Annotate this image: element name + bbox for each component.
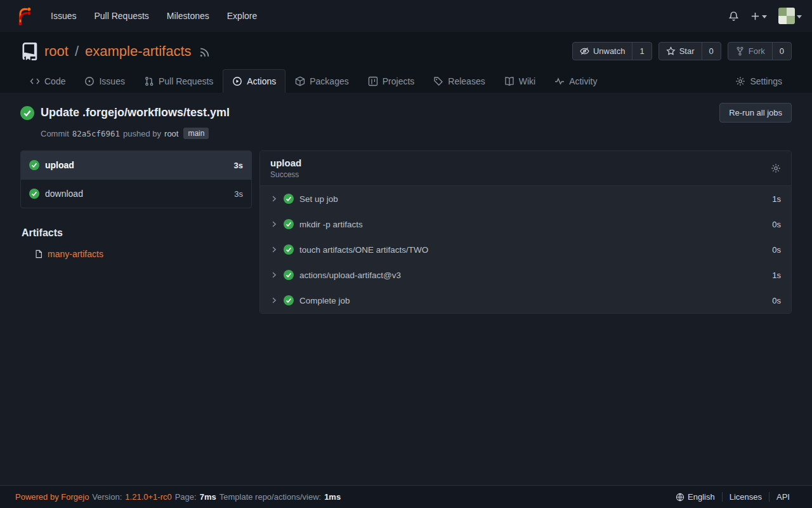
job-options-button[interactable] <box>771 163 781 173</box>
repo-separator: / <box>75 43 79 60</box>
artifact-item: many-artifacts <box>34 249 252 259</box>
step-duration: 0s <box>772 245 781 255</box>
job-name: download <box>45 189 83 199</box>
nav-item-explore[interactable]: Explore <box>218 0 266 32</box>
branch-badge[interactable]: main <box>183 128 209 139</box>
job-panel-status: Success <box>270 170 301 179</box>
job-detail-panel: upload Success Set up job 1s mkdir -p <box>259 150 792 314</box>
navbar: Issues Pull Requests Milestones Explore <box>0 0 812 32</box>
star-button[interactable]: Star 0 <box>658 42 721 60</box>
step-row[interactable]: Complete job 0s <box>260 288 791 313</box>
tab-projects[interactable]: Projects <box>358 69 424 93</box>
user-menu[interactable] <box>778 8 802 24</box>
tab-label: Releases <box>448 76 485 86</box>
actions-run-view: Update .forgejo/workflows/test.yml Re-ru… <box>0 93 812 485</box>
tab-actions[interactable]: Actions <box>223 69 285 93</box>
success-check-icon <box>29 160 39 170</box>
notifications-button[interactable] <box>728 11 739 22</box>
success-check-icon <box>20 106 34 120</box>
step-label: Complete job <box>299 296 350 305</box>
language-selector[interactable]: English <box>669 492 722 502</box>
actions-icon <box>232 76 242 86</box>
step-duration: 0s <box>772 296 781 305</box>
repo-owner-link[interactable]: root <box>44 43 69 60</box>
tab-releases[interactable]: Releases <box>424 69 494 93</box>
gear-icon <box>771 163 781 173</box>
package-icon <box>295 76 305 86</box>
step-row[interactable]: Set up job 1s <box>260 186 791 211</box>
step-duration: 1s <box>772 271 781 280</box>
create-new-dropdown[interactable] <box>750 11 767 21</box>
eye-slash-icon <box>580 46 589 56</box>
tag-icon <box>433 76 443 86</box>
step-row[interactable]: actions/upload-artifact@v3 1s <box>260 262 791 288</box>
nav-item-pull-requests[interactable]: Pull Requests <box>85 0 157 32</box>
success-check-icon <box>284 270 294 280</box>
rerun-all-jobs-button[interactable]: Re-run all jobs <box>719 103 792 123</box>
licenses-link[interactable]: Licenses <box>722 492 769 502</box>
bell-icon <box>728 11 739 22</box>
star-label: Star <box>679 46 695 56</box>
tab-label: Pull Requests <box>159 76 213 86</box>
watch-count[interactable]: 1 <box>632 43 651 60</box>
tab-issues[interactable]: Issues <box>75 69 134 93</box>
tab-label: Actions <box>247 76 276 86</box>
repo-header: root / example-artifacts Unwatch 1 <box>0 32 812 93</box>
success-check-icon <box>284 244 294 255</box>
chevron-right-icon <box>270 220 278 228</box>
version-link[interactable]: 1.21.0+1-rc0 <box>125 492 171 502</box>
tab-label: Packages <box>310 76 348 86</box>
success-check-icon <box>284 194 294 204</box>
tab-label: Code <box>44 76 65 86</box>
tab-packages[interactable]: Packages <box>285 69 358 93</box>
fork-button[interactable]: Fork 0 <box>728 42 792 60</box>
commit-line: Commit 82a5cf6961 pushed by root main <box>41 128 792 139</box>
fork-icon <box>735 46 745 56</box>
tab-pull-requests[interactable]: Pull Requests <box>134 69 223 93</box>
chevron-right-icon <box>270 297 278 304</box>
rss-button[interactable] <box>199 47 210 58</box>
language-label: English <box>688 492 715 502</box>
nav-item-issues[interactable]: Issues <box>42 0 85 32</box>
job-duration: 3s <box>234 189 243 199</box>
tab-activity[interactable]: Activity <box>545 69 606 93</box>
powered-by-link[interactable]: Powered by Forgejo <box>15 492 89 502</box>
job-row-upload[interactable]: upload 3s <box>21 151 251 180</box>
fork-count[interactable]: 0 <box>772 43 791 60</box>
step-label: actions/upload-artifact@v3 <box>299 271 401 280</box>
version-label: Version: <box>92 492 122 502</box>
chevron-right-icon <box>270 271 278 279</box>
step-duration: 0s <box>772 220 781 229</box>
nav-item-milestones[interactable]: Milestones <box>158 0 218 32</box>
commit-sha-link[interactable]: 82a5cf6961 <box>72 129 120 138</box>
tab-label: Issues <box>99 76 124 86</box>
pull-request-icon <box>144 76 154 86</box>
template-time-label: Template repo/actions/view: <box>219 492 321 502</box>
job-panel-header: upload Success <box>260 151 791 186</box>
unwatch-button[interactable]: Unwatch 1 <box>572 42 652 60</box>
commit-author-link[interactable]: root <box>164 129 178 138</box>
chevron-right-icon <box>270 246 278 253</box>
step-row[interactable]: touch artifacts/ONE artifacts/TWO 0s <box>260 237 791 262</box>
star-count[interactable]: 0 <box>702 43 721 60</box>
tab-wiki[interactable]: Wiki <box>495 69 545 93</box>
artifact-link-many-artifacts[interactable]: many-artifacts <box>48 249 103 259</box>
chevron-right-icon <box>270 195 278 203</box>
tab-label: Settings <box>750 76 782 86</box>
tab-code[interactable]: Code <box>20 69 75 93</box>
forgejo-logo[interactable] <box>14 6 33 25</box>
repo-name-link[interactable]: example-artifacts <box>85 43 192 60</box>
forgejo-logo-icon <box>14 6 33 25</box>
page-time-value: 7ms <box>200 492 216 502</box>
issue-icon <box>84 76 95 86</box>
step-row[interactable]: mkdir -p artifacts 0s <box>260 211 791 237</box>
fork-label: Fork <box>749 46 765 56</box>
star-icon <box>666 46 676 56</box>
commit-prefix: Commit <box>41 129 69 138</box>
api-link[interactable]: API <box>769 492 797 502</box>
footer: Powered by Forgejo Version: 1.21.0+1-rc0… <box>0 485 812 508</box>
step-label: Set up job <box>299 194 338 204</box>
run-title: Update .forgejo/workflows/test.yml <box>41 106 230 119</box>
tab-settings[interactable]: Settings <box>726 69 792 93</box>
job-row-download[interactable]: download 3s <box>21 180 251 208</box>
